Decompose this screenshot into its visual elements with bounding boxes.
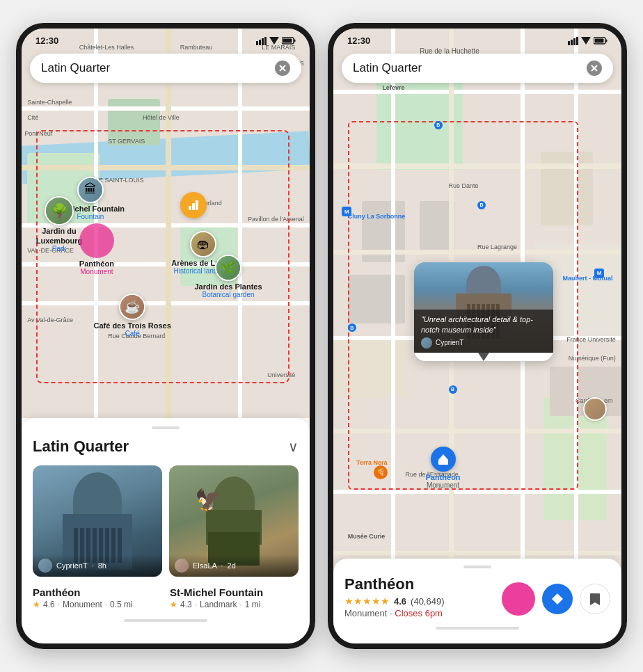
svg-rect-12: [196, 200, 198, 210]
photo-avatar-1: [38, 559, 52, 573]
map-label-arsenal: Pavillon de l'Arsenal: [248, 216, 304, 223]
signal-icon-1: [256, 37, 267, 45]
action-blob: [502, 582, 535, 616]
map-area-1[interactable]: Châtelet-Les Halles Rambuteau LE MARAIS …: [22, 29, 310, 418]
info-meta: Monument · Closes 6pm: [344, 608, 445, 618]
type-pantheon: Monument: [63, 600, 102, 609]
bus-5[interactable]: B: [449, 385, 457, 394]
map-pin-jardinlux[interactable]: 🌳 Jardin du Luxembourg Park: [36, 196, 83, 253]
photo-card-pantheon[interactable]: CyprienT · 8h: [33, 465, 162, 577]
pin-label-jardinlux2: Luxembourg: [36, 237, 83, 245]
map-bg-2[interactable]: Rue de la Huchette Square André Lefevre …: [333, 29, 621, 643]
photo-overlay-fountain: ElsaLA · 2d: [169, 554, 299, 577]
photo-credit-1: CyprienT · 8h: [56, 561, 106, 570]
place-meta-pantheon: ★ 4.6 · Monument · 0.5 mi: [33, 600, 161, 609]
place-list-1: Panthéon ★ 4.6 · Monument · 0.5 mi St-Mi…: [33, 586, 299, 609]
map-label-pontneuf: Pont Neuf: [24, 130, 52, 137]
info-rating-num: 4.6: [394, 596, 406, 607]
search-clear-2[interactable]: [587, 61, 602, 76]
pin-sub-jardinlux: Park: [52, 245, 67, 253]
quote-text: "Unreal architectural detail & top-notch…: [421, 314, 546, 335]
svg-rect-15: [573, 38, 575, 45]
info-stars: ★★★★★: [344, 595, 390, 607]
map-label-valgrace2: Av Val-de-Grâce: [27, 317, 73, 323]
pantheon-pin-icon: [437, 453, 450, 465]
search-bar-1[interactable]: Latin Quarter: [30, 54, 301, 83]
photo-card-fountain[interactable]: 🦅 ElsaLA · 2d: [169, 465, 299, 577]
pin-label-jardinlux: Jardin du: [42, 227, 77, 235]
panel-title-1: Latin Quarter: [33, 438, 129, 456]
search-bar-2[interactable]: Latin Quarter: [342, 54, 613, 83]
pin-label-cafe: Café des Trois Roses: [94, 321, 171, 330]
directions-icon: [550, 592, 564, 606]
svg-rect-13: [568, 41, 570, 45]
clear-icon-2: [590, 64, 598, 72]
pantheon-popup-card[interactable]: "Unreal architectural detail & top-notch…: [414, 262, 553, 361]
svg-marker-24: [438, 454, 448, 460]
directions-button[interactable]: [542, 584, 573, 614]
phone-1: 12:30: [16, 23, 315, 649]
svg-rect-14: [571, 40, 573, 45]
bus-2[interactable]: B: [477, 201, 486, 209]
status-icons-2: [568, 37, 608, 45]
panel-chevron-1[interactable]: ∨: [288, 438, 299, 455]
map-pin-pantheon1[interactable]: Panthéon Monument: [79, 223, 114, 275]
dist-fountain: 1 mi: [245, 600, 261, 609]
info-text: Panthéon ★★★★★ 4.6 (40,649) Monument · C…: [344, 575, 445, 618]
info-type: Monument: [344, 608, 387, 618]
ml-museecurie: Musée Curie: [348, 533, 386, 540]
info-name: Panthéon: [344, 575, 445, 593]
panel-handle-1: [152, 426, 180, 429]
clear-icon-1: [278, 64, 287, 72]
pin-label-pantheon1: Panthéon: [79, 259, 114, 268]
svg-rect-1: [259, 40, 261, 45]
svg-rect-3: [264, 37, 267, 45]
info-content: Panthéon ★★★★★ 4.6 (40,649) Monument · C…: [344, 575, 610, 618]
map-pin-jardins[interactable]: 🌿 Jardin des Plantes Botanical garden: [194, 255, 262, 298]
place-name-pantheon: Panthéon: [33, 586, 161, 598]
svg-rect-23: [438, 460, 448, 465]
info-closes: Closes 6pm: [395, 608, 443, 618]
place-item-fountain[interactable]: St-Michel Fountain ★ 4.3 · Landmark · 1 …: [170, 586, 299, 609]
terra-nera-pin[interactable]: 🍕: [374, 465, 388, 479]
dist-pantheon: 0.5 mi: [110, 600, 133, 609]
star-fountain: ★: [170, 600, 177, 609]
photo-cards-1: CyprienT · 8h 🦅: [33, 465, 299, 577]
info-reviews: (40,649): [411, 596, 444, 607]
bus-4[interactable]: B: [348, 323, 356, 332]
place-meta-fountain: ★ 4.3 · Landmark · 1 mi: [170, 600, 299, 609]
metro-cluny[interactable]: M: [342, 207, 351, 216]
metro-maubert[interactable]: M: [594, 269, 604, 278]
status-icons-1: [256, 37, 296, 45]
pin-sub-pantheon1: Monument: [80, 268, 113, 275]
search-text-2: Latin Quarter: [353, 61, 587, 75]
info-rating: ★★★★★ 4.6 (40,649): [344, 595, 445, 607]
pantheon-pin-circle: [431, 447, 456, 472]
info-panel: Panthéon ★★★★★ 4.6 (40,649) Monument · C…: [333, 559, 621, 643]
map-pin-orange[interactable]: [180, 192, 207, 218]
save-button[interactable]: [580, 584, 610, 614]
chart-icon: [187, 199, 200, 211]
search-clear-1[interactable]: [275, 61, 290, 76]
type-fountain: Landmark: [200, 600, 237, 609]
pin-sub-jardins: Botanical garden: [202, 291, 254, 298]
map-label-sainte: Sainte-Chapelle: [27, 99, 72, 106]
quote-avatar: [421, 337, 432, 349]
place-name-fountain: St-Michel Fountain: [170, 586, 299, 598]
save-icon: [589, 592, 601, 606]
bus-1[interactable]: B: [434, 121, 443, 129]
battery-icon-1: [282, 37, 296, 45]
home-indicator-1: [124, 619, 207, 622]
photo-credit-2: ElsaLA · 2d: [193, 561, 236, 570]
place-item-pantheon[interactable]: Panthéon ★ 4.6 · Monument · 0.5 mi: [33, 586, 161, 609]
map-label-cite: Cité: [27, 114, 38, 121]
card-tail: [478, 353, 489, 361]
battery-icon-2: [594, 37, 608, 45]
status-time-1: 12:30: [35, 35, 58, 46]
svg-rect-19: [606, 40, 608, 42]
signal-icon-2: [568, 37, 578, 45]
bottom-panel-1: Latin Quarter ∨: [22, 418, 310, 643]
svg-marker-17: [581, 37, 591, 45]
map-pin-pantheon2[interactable]: Panthéon Monument: [425, 447, 460, 489]
map-pin-cafe[interactable]: ☕ Café des Trois Roses Café: [94, 294, 171, 337]
